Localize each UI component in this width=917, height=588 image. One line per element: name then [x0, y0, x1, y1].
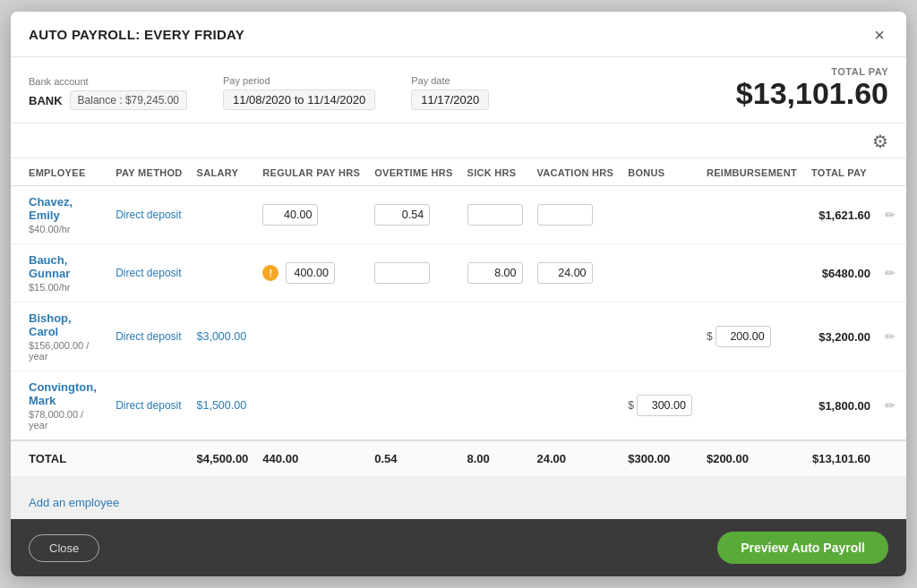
close-x-button[interactable]: ×	[870, 26, 888, 44]
employee-cell: Chavez, Emily $40.00/hr	[11, 186, 108, 244]
close-button[interactable]: Close	[29, 534, 99, 562]
regular-pay-hrs-cell	[255, 371, 367, 441]
pay-period-value: 11/08/2020 to 11/14/2020	[223, 89, 375, 110]
col-reimbursement: REIMBURSEMENT	[699, 158, 804, 186]
total-regular-pay-hrs: 440.00	[255, 440, 367, 476]
col-pay-method: PAY METHOD	[108, 158, 189, 186]
pay-method-cell: Direct deposit	[108, 186, 189, 244]
info-group: Bank account BANK Balance : $79,245.00 P…	[29, 75, 489, 110]
regular-pay-hrs-cell[interactable]	[255, 186, 367, 244]
content-area: Add an employee	[11, 476, 906, 519]
vacation-hrs-cell[interactable]	[530, 186, 621, 244]
overtime-hrs-cell	[367, 303, 459, 371]
add-employee-link[interactable]: Add an employee	[11, 496, 137, 509]
pay-method-convington: Direct deposit	[116, 399, 181, 412]
sick-hrs-cell[interactable]	[460, 186, 530, 244]
modal-header: AUTO PAYROLL: EVERY FRIDAY ×	[11, 12, 906, 57]
employee-name-bishop[interactable]: Bishop, Carol	[29, 311, 101, 338]
regular-pay-hrs-cell[interactable]: !	[255, 244, 367, 303]
col-regular-pay-hrs: REGULAR PAY HRS	[255, 158, 367, 186]
bonus-convington[interactable]	[637, 395, 692, 416]
warning-icon-bauch: !	[262, 265, 279, 281]
total-bonus: $300.00	[621, 440, 699, 476]
pay-method-cell: Direct deposit	[108, 303, 189, 371]
regular-pay-hrs-chavez[interactable]	[262, 204, 318, 226]
reimbursement-wrap-bishop: $	[707, 326, 797, 347]
regular-pay-hrs-bauch[interactable]	[286, 262, 335, 284]
salary-cell	[190, 186, 256, 244]
bank-account-label: Bank account	[29, 76, 187, 87]
table-row: Convington, Mark $78,000.00 / year Direc…	[11, 371, 906, 441]
sick-hrs-chavez[interactable]	[467, 204, 523, 226]
sick-hrs-cell	[460, 303, 530, 371]
employee-cell: Bauch, Gunnar $15.00/hr	[11, 244, 108, 303]
pay-date-label: Pay date	[411, 75, 489, 86]
pay-method-chavez: Direct deposit	[116, 209, 181, 221]
totals-row: TOTAL $4,500.00 440.00 0.54 8.00 24.00 $…	[11, 440, 906, 476]
sick-hrs-cell	[460, 371, 530, 441]
pay-method-cell: Direct deposit	[108, 371, 189, 441]
modal-footer: Close Preview Auto Payroll	[11, 519, 906, 576]
edit-icon-convington[interactable]: ✏	[881, 398, 899, 413]
edit-cell[interactable]: ✏	[874, 371, 906, 441]
pay-period-label: Pay period	[223, 75, 375, 86]
sick-hrs-bauch[interactable]	[467, 262, 523, 284]
overtime-hrs-cell[interactable]	[367, 186, 459, 244]
reimbursement-bishop[interactable]	[716, 326, 771, 347]
employee-cell: Bishop, Carol $156,000.00 / year	[11, 303, 108, 371]
settings-gear-button[interactable]: ⚙	[872, 131, 888, 152]
col-sick-hrs: SICK HRS	[460, 158, 530, 186]
overtime-hrs-bauch[interactable]	[374, 262, 430, 284]
preview-auto-payroll-button[interactable]: Preview Auto Payroll	[717, 532, 888, 564]
vacation-hrs-cell[interactable]	[530, 244, 621, 303]
bank-account-value-box: BANK Balance : $79,245.00	[29, 90, 187, 110]
reimbursement-cell	[699, 186, 804, 244]
edit-icon-bishop[interactable]: ✏	[881, 329, 899, 344]
employee-name-bauch[interactable]: Bauch, Gunnar	[29, 253, 101, 280]
reimbursement-cell	[699, 244, 804, 303]
vacation-hrs-bauch[interactable]	[537, 262, 593, 284]
settings-row: ⚙	[11, 124, 906, 158]
pay-method-bishop: Direct deposit	[116, 330, 181, 343]
total-pay-method	[108, 440, 189, 476]
pay-period-value-box: 11/08/2020 to 11/14/2020	[223, 89, 375, 110]
vacation-hrs-cell	[530, 303, 621, 371]
bonus-cell	[621, 244, 699, 303]
salary-cell: $1,500.00	[190, 371, 256, 441]
total-pay-cell-bishop: $3,200.00	[804, 303, 874, 371]
edit-icon-bauch[interactable]: ✏	[881, 266, 899, 280]
bonus-cell[interactable]: $	[621, 371, 699, 441]
table-row: Bishop, Carol $156,000.00 / year Direct …	[11, 303, 906, 371]
employee-rate-convington: $78,000.00 / year	[29, 409, 101, 430]
edit-cell[interactable]: ✏	[874, 244, 906, 303]
pay-date-value: 11/17/2020	[411, 89, 489, 110]
total-total-pay: $13,101.60	[804, 440, 874, 476]
total-label: TOTAL	[11, 440, 108, 476]
total-pay-cell-chavez: $1,621.60	[804, 186, 874, 244]
employee-name-chavez[interactable]: Chavez, Emily	[29, 195, 101, 222]
salary-cell	[190, 244, 256, 303]
total-pay-cell-convington: $1,800.00	[804, 371, 874, 441]
table-header-row: EMPLOYEE PAY METHOD SALARY REGULAR PAY H…	[11, 158, 906, 186]
col-salary: SALARY	[190, 158, 256, 186]
dollar-sign: $	[628, 399, 634, 412]
overtime-hrs-chavez[interactable]	[374, 204, 430, 226]
overtime-hrs-cell[interactable]	[367, 244, 459, 303]
edit-cell[interactable]: ✏	[874, 303, 906, 371]
info-bar: Bank account BANK Balance : $79,245.00 P…	[11, 57, 906, 124]
payroll-table: EMPLOYEE PAY METHOD SALARY REGULAR PAY H…	[11, 158, 906, 476]
col-overtime-hrs: OVERTIME HRS	[367, 158, 459, 186]
vacation-hrs-cell	[530, 371, 621, 441]
reimbursement-cell[interactable]: $	[699, 303, 804, 371]
pay-method-bauch: Direct deposit	[116, 267, 181, 279]
edit-cell[interactable]: ✏	[874, 186, 906, 244]
pay-date-value-box: 11/17/2020	[411, 89, 489, 110]
employee-name-convington[interactable]: Convington, Mark	[29, 380, 101, 407]
vacation-hrs-chavez[interactable]	[537, 204, 593, 226]
employee-rate-bishop: $156,000.00 / year	[29, 340, 101, 362]
modal: AUTO PAYROLL: EVERY FRIDAY × Bank accoun…	[11, 12, 906, 576]
pay-period-item: Pay period 11/08/2020 to 11/14/2020	[223, 75, 375, 110]
sick-hrs-cell[interactable]	[460, 244, 530, 303]
edit-icon-chavez[interactable]: ✏	[881, 208, 899, 222]
employee-rate-chavez: $40.00/hr	[29, 224, 101, 234]
